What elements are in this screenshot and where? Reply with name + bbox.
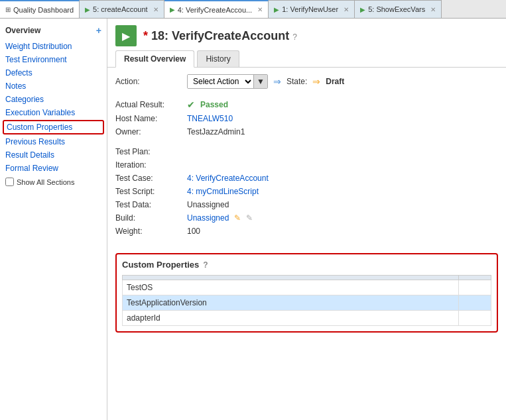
test-script-label: Test Script: <box>115 187 182 196</box>
custom-props-header: Custom Properties ? <box>122 260 491 270</box>
tab-label-create-account: 5: createAccount <box>93 5 148 13</box>
host-name-value[interactable]: TNEALW510 <box>187 114 233 123</box>
test-case-value[interactable]: 4: VerifyCreateAccount <box>187 174 269 183</box>
test-plan-row: Test Plan: <box>115 147 498 156</box>
custom-props-help-icon[interactable]: ? <box>203 260 208 270</box>
weight-label: Weight: <box>115 227 182 236</box>
test-script-row: Test Script: 4: myCmdLineScript <box>115 187 498 196</box>
test-data-label: Test Data: <box>115 200 182 209</box>
custom-props-row-1: TestApplicationVersion <box>123 295 491 311</box>
show-all-sections-row: Show All Sections <box>0 175 107 189</box>
run-icon-3: ▶ <box>274 6 279 13</box>
build-delete-icon[interactable]: ✎ <box>246 213 253 223</box>
actual-result-value: Passed <box>200 100 228 109</box>
page-name: VerifyCreateAccount <box>172 29 289 42</box>
tab-bar: ⊞ Quality Dashboard ▶ 5: createAccount ✕… <box>0 0 506 19</box>
custom-props-row-0: TestOS <box>123 280 491 295</box>
dashboard-icon: ⊞ <box>5 6 11 13</box>
sidebar-item-custom-properties[interactable]: Custom Properties <box>3 120 104 134</box>
owner-label: Owner: <box>115 127 182 136</box>
page-title-container: * 18: VerifyCreateAccount ? <box>143 29 297 43</box>
tab-history[interactable]: History <box>197 50 239 67</box>
test-data-row: Test Data: Unassigned <box>115 200 498 209</box>
custom-props-cell-name-0: TestOS <box>123 280 459 295</box>
tab-create-account[interactable]: ▶ 5: createAccount ✕ <box>80 0 164 18</box>
custom-properties-section: Custom Properties ? TestOS TestAp <box>115 253 498 333</box>
sidebar-item-test-environment[interactable]: Test Environment <box>0 53 107 66</box>
page-id: 18: <box>151 29 172 42</box>
title-help-icon[interactable]: ? <box>292 32 297 42</box>
owner-value: TestJazzAdmin1 <box>187 127 245 136</box>
tab-quality-dashboard[interactable]: ⊞ Quality Dashboard <box>0 0 80 18</box>
main-layout: Overview + Weight Distribution Test Envi… <box>0 19 506 420</box>
test-data-value: Unassigned <box>187 200 229 209</box>
test-script-value[interactable]: 4: myCmdLineScript <box>187 187 259 196</box>
page-header: ▶ * 18: VerifyCreateAccount ? <box>107 19 506 50</box>
iteration-label: Iteration: <box>115 160 182 170</box>
state-label: State: <box>286 77 307 86</box>
close-icon-4[interactable]: ✕ <box>430 6 436 13</box>
build-edit-icon[interactable]: ✎ <box>234 213 241 223</box>
sidebar-item-formal-review[interactable]: Formal Review <box>0 162 107 175</box>
tab-label-verify-new-user: 1: VerifyNewUser <box>282 5 338 13</box>
sidebar-item-result-details[interactable]: Result Details <box>0 148 107 162</box>
custom-props-cell-value-2 <box>458 311 491 326</box>
custom-props-cell-value-0 <box>458 280 491 295</box>
sidebar-item-categories[interactable]: Categories <box>0 93 107 106</box>
sidebar-add-icon[interactable]: + <box>96 25 101 36</box>
state-value-icon: ⇒ <box>312 76 320 87</box>
host-name-label: Host Name: <box>115 114 182 123</box>
owner-row: Owner: TestJazzAdmin1 <box>115 127 498 136</box>
col-header-name <box>123 276 459 280</box>
iteration-row: Iteration: <box>115 160 498 170</box>
action-dropdown[interactable]: Select Action Assign Reassign Complete ▼ <box>187 74 268 89</box>
build-row: Build: Unassigned ✎ ✎ <box>115 213 498 223</box>
tab-verify-create-acct[interactable]: ▶ 4: VerifyCreateAccou... ✕ <box>164 0 269 18</box>
sidebar-overview-label: Overview <box>5 26 40 35</box>
form-section: Action: Select Action Assign Reassign Co… <box>107 68 506 246</box>
close-icon-2[interactable]: ✕ <box>257 6 263 13</box>
state-arrow-icon: ⇒ <box>273 76 281 87</box>
sidebar-item-previous-results[interactable]: Previous Results <box>0 135 107 148</box>
test-plan-label: Test Plan: <box>115 147 182 156</box>
custom-props-cell-name-1: TestApplicationVersion <box>123 295 459 311</box>
tab-label-verify-create: 4: VerifyCreateAccou... <box>178 6 253 14</box>
tab-label-quality-dashboard: Quality Dashboard <box>13 6 74 14</box>
sidebar-item-notes[interactable]: Notes <box>0 79 107 93</box>
sidebar-item-execution-variables[interactable]: Execution Variables <box>0 106 107 119</box>
build-value[interactable]: Unassigned <box>187 213 229 223</box>
action-select[interactable]: Select Action Assign Reassign Complete <box>188 75 253 88</box>
run-icon-4: ▶ <box>360 6 365 13</box>
action-dropdown-arrow[interactable]: ▼ <box>253 75 267 88</box>
custom-props-cell-name-2: adapterId <box>123 311 459 326</box>
show-all-sections-checkbox[interactable] <box>5 178 14 186</box>
sidebar-item-defects[interactable]: Defects <box>0 66 107 79</box>
passed-icon: ✔ <box>187 99 195 110</box>
test-case-label: Test Case: <box>115 174 182 183</box>
custom-props-row-2: adapterId <box>123 311 491 326</box>
custom-props-table: TestOS TestApplicationVersion adapterId <box>122 275 491 326</box>
weight-value: 100 <box>187 227 200 236</box>
close-icon-1[interactable]: ✕ <box>153 6 158 13</box>
play-arrow-icon: ▶ <box>122 30 130 42</box>
tab-show-exec-vars[interactable]: ▶ 5: ShowExecVars ✕ <box>355 0 442 18</box>
state-value: Draft <box>326 77 344 86</box>
custom-props-title: Custom Properties <box>122 260 199 270</box>
run-icon-1: ▶ <box>85 6 90 13</box>
col-header-value <box>458 276 491 280</box>
actual-result-label: Actual Result: <box>115 100 182 109</box>
build-label: Build: <box>115 213 182 223</box>
test-case-row: Test Case: 4: VerifyCreateAccount <box>115 174 498 183</box>
custom-props-cell-value-1 <box>458 295 491 311</box>
sidebar-item-weight-distribution[interactable]: Weight Distribution <box>0 40 107 53</box>
run-icon-2: ▶ <box>170 6 175 13</box>
tab-verify-new-user[interactable]: ▶ 1: VerifyNewUser ✕ <box>269 0 355 18</box>
tab-result-overview[interactable]: Result Overview <box>115 50 194 68</box>
action-label: Action: <box>115 77 182 86</box>
content-tabs: Result Overview History <box>107 50 506 68</box>
sidebar-header: Overview + <box>0 23 107 40</box>
action-row: Action: Select Action Assign Reassign Co… <box>115 74 498 89</box>
content-area: ▶ * 18: VerifyCreateAccount ? Result Ove… <box>107 19 506 420</box>
close-icon-3[interactable]: ✕ <box>344 6 349 13</box>
tab-label-show-exec-vars: 5: ShowExecVars <box>368 5 425 13</box>
